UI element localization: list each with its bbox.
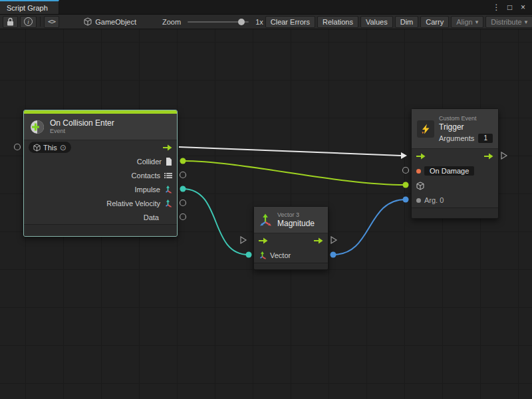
wire-collider-to-target[interactable]: [183, 161, 406, 185]
zoom-slider[interactable]: [188, 21, 249, 23]
input-row-vector[interactable]: Vector: [254, 248, 328, 263]
row-arg0: Arg. 0: [412, 193, 498, 207]
node-title: Magnitude: [277, 219, 315, 228]
node-on-collision-enter[interactable]: On Collision Enter Event This ⊙: [23, 110, 178, 237]
node-header[interactable]: On Collision Enter Event: [24, 114, 177, 140]
vector3-mini-icon: [259, 251, 267, 259]
chevron-down-icon: ▾: [525, 19, 528, 25]
port-contacts-output[interactable]: [180, 172, 186, 178]
tab-script-graph[interactable]: Script Graph: [0, 0, 59, 14]
row-target-and-flow: This ⊙: [24, 140, 177, 154]
port-vector-input[interactable]: [246, 252, 252, 258]
output-row-data[interactable]: Data: [24, 210, 177, 224]
port-collider-output[interactable]: [180, 158, 186, 164]
flow-in-arrow-icon[interactable]: [416, 153, 426, 160]
node-trigger-custom-event[interactable]: Custom Event Trigger Arguments 1: [411, 108, 499, 219]
target-label: This: [43, 144, 57, 152]
node-title: On Collision Enter: [50, 118, 114, 128]
node-subtitle: Event: [50, 128, 114, 135]
info-button[interactable]: i: [20, 16, 37, 28]
port-event-input[interactable]: [15, 144, 21, 150]
flow-out-arrow-icon[interactable]: [484, 153, 493, 160]
port-impulse-output[interactable]: [180, 186, 186, 192]
port-magnitude-output[interactable]: [331, 252, 336, 258]
window-controls: ⋮ □ ×: [491, 0, 532, 14]
values-button[interactable]: Values: [360, 16, 393, 28]
maximize-icon[interactable]: □: [504, 1, 515, 13]
lock-button[interactable]: [3, 16, 18, 28]
align-label: Align: [456, 18, 472, 26]
output-row-collider[interactable]: Collider: [24, 154, 177, 168]
zoom-slider-handle[interactable]: [238, 19, 245, 25]
tab-title: Script Graph: [7, 4, 48, 12]
info-icon: i: [24, 17, 33, 26]
flow-out-arrow-icon[interactable]: [314, 237, 323, 244]
wire-flow-collision-to-trigger[interactable]: [179, 147, 401, 156]
lock-icon: [7, 17, 14, 26]
arguments-count-field[interactable]: 1: [478, 134, 493, 143]
relations-button[interactable]: Relations: [317, 16, 358, 28]
title-bar: Script Graph ⋮ □ ×: [0, 0, 532, 15]
distribute-dropdown[interactable]: Distribute ▾: [485, 16, 532, 28]
flow-out-arrow-icon[interactable]: [163, 144, 172, 151]
event-name-field[interactable]: On Damage: [424, 166, 474, 176]
row-target: [412, 178, 498, 193]
port-event-name-input[interactable]: [403, 168, 409, 174]
file-icon: [166, 158, 172, 166]
zoom-label: Zoom: [162, 18, 181, 26]
port-flow-out-magnitude[interactable]: [331, 237, 336, 243]
gameobject-cube-icon: [84, 17, 92, 26]
target-dropdown[interactable]: This ⊙: [29, 142, 71, 153]
code-icon: <>: [48, 17, 55, 26]
output-row-impulse[interactable]: Impulse: [24, 182, 177, 196]
output-row-relative-velocity[interactable]: Relative Velocity: [24, 196, 177, 210]
row-event-name: On Damage: [412, 164, 498, 178]
gameobject-target[interactable]: GameObject: [84, 17, 136, 26]
port-data-output[interactable]: [180, 214, 186, 220]
distribute-label: Distribute: [491, 18, 521, 26]
vector3-icon: [259, 213, 273, 227]
node-vector3-magnitude[interactable]: Vector 3 Magnitude Vector: [253, 206, 329, 270]
node-category: Vector 3: [277, 211, 315, 219]
arg0-port-icon[interactable]: [416, 198, 421, 203]
code-view-button[interactable]: <>: [44, 16, 59, 28]
object-picker-icon[interactable]: ⊙: [60, 144, 66, 152]
dim-button[interactable]: Dim: [395, 16, 419, 28]
output-row-contacts[interactable]: Contacts: [24, 168, 177, 182]
wire-magnitude-to-arg0[interactable]: [333, 200, 406, 255]
row-flow: [254, 233, 328, 248]
port-label: Data: [144, 213, 159, 221]
graph-canvas[interactable]: On Collision Enter Event This ⊙: [0, 29, 532, 399]
string-port-icon[interactable]: [416, 169, 421, 174]
port-flow-in-magnitude[interactable]: [241, 237, 246, 243]
flow-in-arrow-icon[interactable]: [259, 237, 268, 244]
clear-errors-button[interactable]: Clear Errors: [265, 16, 315, 28]
node-footer[interactable]: [412, 207, 498, 218]
align-dropdown[interactable]: Align ▾: [451, 16, 483, 28]
vector3-mini-icon: [164, 186, 172, 194]
port-relative-velocity-output[interactable]: [180, 200, 186, 206]
node-header[interactable]: Custom Event Trigger Arguments 1: [412, 109, 498, 149]
wire-impulse-to-vector[interactable]: [183, 189, 249, 255]
lightning-icon-box: [417, 120, 434, 138]
port-label: Vector: [270, 251, 291, 259]
port-flow-out-trigger[interactable]: [501, 152, 507, 159]
node-category: Custom Event: [439, 115, 493, 122]
node-header[interactable]: Vector 3 Magnitude: [254, 207, 328, 233]
collision-event-icon: [29, 119, 45, 135]
node-footer[interactable]: [24, 224, 177, 236]
chevron-down-icon: ▾: [475, 19, 479, 25]
close-icon[interactable]: ×: [517, 1, 529, 13]
menu-icon[interactable]: ⋮: [491, 1, 502, 13]
arguments-row: Arguments 1: [439, 134, 493, 143]
cube-icon[interactable]: [416, 182, 424, 190]
port-arg0-input[interactable]: [403, 197, 409, 203]
wire-arrowhead-icon: [401, 152, 407, 159]
node-footer[interactable]: [254, 263, 328, 269]
graph-toolbar: i <> GameObject Zoom 1x Clear Errors Rel…: [0, 15, 532, 29]
node-body: Vector: [254, 233, 328, 263]
carry-button[interactable]: Carry: [420, 16, 449, 28]
port-label: Relative Velocity: [106, 200, 160, 207]
port-trigger-target-input[interactable]: [403, 182, 409, 188]
node-title: Trigger: [439, 122, 493, 132]
